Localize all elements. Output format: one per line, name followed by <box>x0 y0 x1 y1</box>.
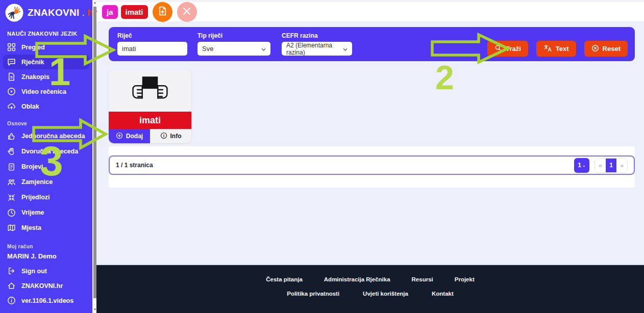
footer-link-kontakt[interactable]: Kontakt <box>432 291 454 297</box>
sidebar-item-zamjenice[interactable]: Zamjenice <box>3 174 89 190</box>
clock-icon <box>7 208 16 217</box>
sidebar-item-prijedlozi[interactable]: Prijedlozi <box>3 190 89 205</box>
sidebar-item-label: ver.1106.1.videos <box>21 297 73 304</box>
user-name: MARIN J. Demo <box>0 249 92 262</box>
notebook-icon <box>7 163 16 171</box>
close-icon <box>182 7 191 17</box>
sidebar-section-osnove: Osnove <box>0 121 92 126</box>
main-area: ja imati Riječ Tip riječi Sve CEFR razin… <box>96 0 644 313</box>
sidebar-item-dvorucna-abeceda[interactable]: Dvoručna abeceda <box>3 144 89 159</box>
footer: Česta pitanja Administracija Rječnika Re… <box>96 264 644 313</box>
play-circle-icon <box>7 87 16 96</box>
text-button[interactable]: Text <box>536 41 576 57</box>
cefr-level-label: CEFR razina <box>282 32 352 39</box>
document-icon <box>7 72 16 81</box>
brand-name: ZNAKOVNI . hr <box>28 7 97 18</box>
sidebar-item-oblak[interactable]: Oblak <box>3 99 89 114</box>
sidebar-item-label: Vrijeme <box>21 209 44 216</box>
hand-icon <box>7 147 16 156</box>
scrollbar-thumb[interactable] <box>93 7 96 298</box>
sidebar-item-jednorucna-abeceda[interactable]: Jednoručna abeceda <box>3 128 89 144</box>
word-tag-imati[interactable]: imati <box>121 5 148 19</box>
sidebar-item-mjesta[interactable]: Mjesta <box>3 220 89 236</box>
footer-link-politika-privatnosti[interactable]: Politika privatnosti <box>287 291 339 297</box>
reset-button[interactable]: Reset <box>584 41 628 57</box>
sidebar-item-label: Rječnik <box>21 59 44 66</box>
sidebar-item-home[interactable]: ZNAKOVNI.hr <box>3 278 89 293</box>
word-type-select[interactable]: Sve <box>197 42 270 56</box>
cloud-upload-icon <box>7 102 16 111</box>
add-word-button[interactable]: Dodaj <box>109 129 150 143</box>
sidebar-item-version[interactable]: ver.1106.1.videos <box>3 293 89 308</box>
sidebar-item-label: ZNAKOVNI.hr <box>21 282 63 290</box>
thumbs-up-icon <box>7 132 16 141</box>
sidebar-item-label: Dvoručna abeceda <box>21 148 78 155</box>
sidebar-item-label: Zamjenice <box>21 178 53 186</box>
sidebar-item-label: Video rečenica <box>21 88 66 95</box>
page-summary: 1 / 1 stranica <box>116 162 153 169</box>
search-icon <box>494 44 502 54</box>
current-page-button[interactable]: 1 <box>606 159 616 172</box>
plus-circle-icon <box>116 132 123 141</box>
pagination-section: 1 / 1 stranica 1 ⌄ « 1 » <box>109 146 635 188</box>
sidebar-item-video-recenica[interactable]: Video rečenica <box>3 84 89 99</box>
card-word-label: imati <box>109 112 191 129</box>
sidebar-item-label: Mjesta <box>21 224 41 231</box>
add-document-button[interactable] <box>153 2 172 22</box>
map-icon <box>7 224 16 232</box>
card-image <box>109 70 191 112</box>
topbar: ja imati <box>96 2 644 21</box>
chevron-down-icon: ⌄ <box>582 163 586 168</box>
page-select[interactable]: 1 ⌄ <box>574 158 589 173</box>
footer-link-cesta-pitanja[interactable]: Česta pitanja <box>266 276 303 282</box>
search-panel: Riječ Tip riječi Sve CEFR razina A2 (Ele… <box>109 27 635 61</box>
sidebar-item-znakopis[interactable]: Znakopis <box>3 69 89 84</box>
hands-logo-icon <box>5 4 23 22</box>
search-button[interactable]: Traži <box>487 41 528 57</box>
brand-logo[interactable]: ZNAKOVNI . hr <box>0 0 92 23</box>
footer-link-resursi[interactable]: Resursi <box>412 276 433 282</box>
info-circle-icon <box>160 132 167 141</box>
close-button[interactable] <box>177 2 197 22</box>
word-info-button[interactable]: Info <box>150 129 191 143</box>
sidebar-item-label: Znakopis <box>21 73 49 81</box>
scroll-up-arrow-icon[interactable]: ▲ <box>93 0 97 5</box>
chat-bubble-icon <box>7 58 16 66</box>
scroll-down-arrow-icon[interactable]: ▼ <box>93 307 97 312</box>
sidebar-item-brojevi[interactable]: Brojevi <box>3 159 89 174</box>
cefr-level-select[interactable]: A2 (Elementarna razina) <box>282 42 352 56</box>
chevron-down-icon <box>343 45 348 53</box>
word-input[interactable] <box>117 42 187 56</box>
grid-icon <box>7 43 16 51</box>
sign-out-icon <box>7 267 16 275</box>
word-field-label: Riječ <box>117 32 187 39</box>
sidebar-item-label: Pregled <box>21 44 45 51</box>
prev-page-button[interactable]: « <box>595 159 606 172</box>
sidebar-item-label: Sign out <box>21 268 47 275</box>
footer-link-administracija-rjecnika[interactable]: Administracija Rječnika <box>324 276 390 282</box>
chevron-down-icon <box>261 45 266 53</box>
document-plus-icon <box>157 6 168 18</box>
sidebar-item-pregled[interactable]: Pregled <box>3 40 89 55</box>
sign-out-button[interactable]: Sign out <box>3 264 89 278</box>
result-card: imati Dodaj Info <box>109 70 191 143</box>
footer-link-uvjeti-koristenja[interactable]: Uvjeti korištenja <box>363 291 408 297</box>
sidebar-item-label: Oblak <box>21 103 39 110</box>
sidebar: ZNAKOVNI . hr NAUČI ZNAKOVNI JEZIK Pregl… <box>0 0 92 313</box>
sidebar-item-label: Jednoručna abeceda <box>21 133 85 140</box>
info-icon <box>7 296 16 305</box>
sidebar-item-label: Prijedlozi <box>21 194 50 201</box>
home-icon <box>7 281 16 290</box>
translate-icon <box>543 44 552 54</box>
sidebar-item-label: Brojevi <box>21 163 43 170</box>
footer-link-projekt[interactable]: Projekt <box>455 276 475 282</box>
people-icon <box>7 178 16 187</box>
next-page-button[interactable]: » <box>616 159 627 172</box>
sidebar-item-rjecnik[interactable]: Rječnik <box>3 55 89 69</box>
sidebar-section-account: Moj račun <box>0 244 92 249</box>
sidebar-item-vrijeme[interactable]: Vrijeme <box>3 205 89 220</box>
sidebar-scrollbar[interactable]: ▲ ▼ <box>92 0 96 313</box>
x-circle-icon <box>591 44 599 54</box>
word-type-label: Tip riječi <box>197 32 270 39</box>
word-tag-ja[interactable]: ja <box>102 5 118 19</box>
